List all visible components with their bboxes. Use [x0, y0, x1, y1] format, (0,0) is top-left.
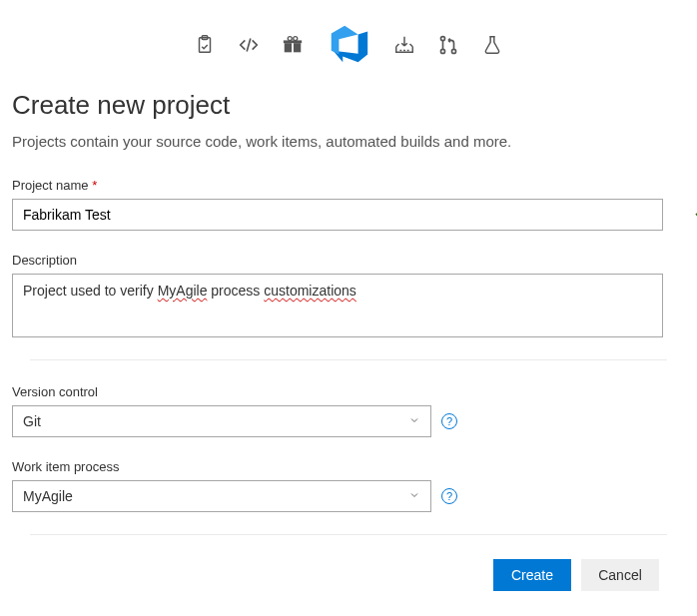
required-mark: * — [92, 178, 97, 193]
description-label: Description — [12, 253, 685, 268]
work-item-process-label: Work item process — [12, 459, 685, 474]
svg-rect-3 — [294, 43, 301, 52]
description-input[interactable]: Project used to verify MyAgile process c… — [12, 274, 663, 337]
code-icon[interactable] — [238, 34, 260, 56]
svg-point-8 — [440, 49, 444, 53]
svg-rect-4 — [284, 40, 302, 43]
button-row: Create Cancel — [12, 559, 659, 591]
service-icon-row — [12, 0, 685, 80]
project-name-input[interactable] — [12, 199, 663, 231]
validation-check-icon — [693, 205, 697, 226]
clipboard-icon[interactable] — [194, 34, 216, 56]
svg-point-6 — [294, 37, 298, 41]
download-box-icon[interactable] — [393, 34, 415, 56]
gift-icon[interactable] — [282, 34, 304, 56]
svg-point-9 — [451, 49, 455, 53]
project-name-label-text: Project name — [12, 178, 89, 193]
pull-request-icon[interactable] — [437, 34, 459, 56]
chevron-down-icon — [408, 488, 420, 504]
work-item-process-select[interactable]: MyAgile — [12, 480, 431, 512]
version-control-label: Version control — [12, 384, 685, 399]
version-control-select[interactable]: Git — [12, 405, 431, 437]
page-subtitle: Projects contain your source code, work … — [12, 133, 685, 150]
chevron-down-icon — [408, 413, 420, 429]
svg-point-7 — [440, 37, 444, 41]
project-name-label: Project name * — [12, 178, 685, 193]
work-item-process-help-icon[interactable]: ? — [441, 488, 457, 504]
create-button[interactable]: Create — [493, 559, 571, 591]
flask-icon[interactable] — [481, 34, 503, 56]
svg-point-5 — [288, 37, 292, 41]
devops-icon[interactable] — [326, 22, 371, 68]
divider — [30, 359, 667, 360]
svg-rect-2 — [285, 43, 292, 52]
version-control-help-icon[interactable]: ? — [441, 413, 457, 429]
version-control-value: Git — [23, 413, 41, 429]
divider — [30, 534, 667, 535]
cancel-button[interactable]: Cancel — [581, 559, 659, 591]
page-title: Create new project — [12, 90, 685, 121]
work-item-process-value: MyAgile — [23, 488, 73, 504]
